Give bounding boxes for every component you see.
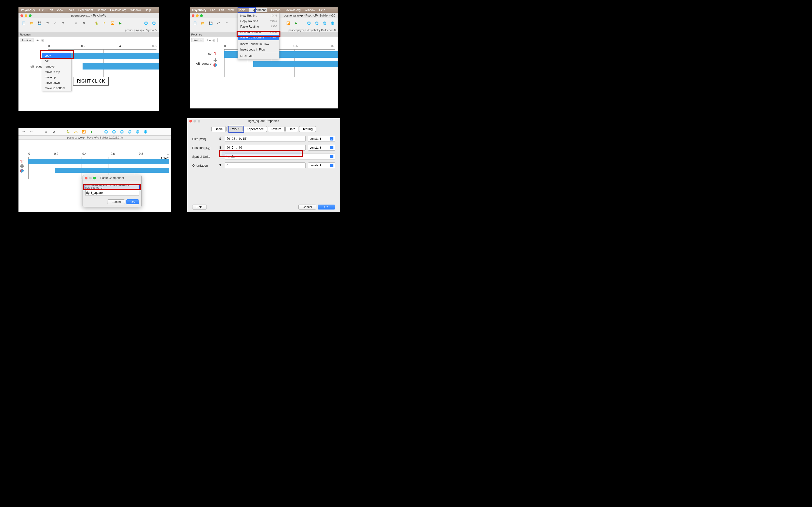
tab-close-icon[interactable]: ✕ — [41, 39, 44, 42]
tab-data[interactable]: Data — [285, 126, 298, 132]
globe2-icon[interactable]: 🌐 — [111, 129, 117, 135]
menu-demos[interactable]: Demos — [97, 8, 106, 12]
ok-button[interactable]: OK — [126, 200, 139, 204]
compile-js-icon[interactable]: JS — [101, 20, 108, 26]
menu-help[interactable]: Help — [319, 8, 325, 12]
ctx-edit[interactable]: edit — [42, 58, 71, 64]
menu-tools[interactable]: Tools — [238, 8, 245, 12]
globe4-icon[interactable]: 🌐 — [126, 129, 133, 135]
ctx-remove[interactable]: remove — [42, 64, 71, 69]
menu-pavlovia[interactable]: Pavlovia.org — [284, 8, 301, 12]
save-icon[interactable]: 💾 — [36, 20, 43, 26]
run-icon[interactable]: ▶ — [117, 20, 123, 26]
cancel-button[interactable]: Cancel — [298, 205, 316, 210]
settings-icon[interactable]: ⚙ — [51, 129, 57, 135]
component-bar-left-square[interactable] — [253, 61, 338, 67]
globe1-icon[interactable]: 🌐 — [305, 20, 312, 26]
cancel-button[interactable]: Cancel — [107, 200, 125, 204]
help-button[interactable]: Help — [192, 205, 207, 210]
menu-edit[interactable]: Edit — [48, 8, 53, 12]
tab-trial[interactable]: trial✕ — [205, 38, 218, 42]
ok-button[interactable]: OK — [317, 205, 335, 210]
tab-layout[interactable]: Layout — [227, 126, 242, 132]
units-select[interactable]: height⌄ — [225, 154, 335, 160]
ctx-copy[interactable]: copy — [42, 53, 71, 58]
ctx-move-top[interactable]: move to top — [42, 69, 71, 75]
globe5-icon[interactable]: 🌐 — [134, 129, 141, 135]
sync-icon[interactable]: 🔁 — [80, 129, 87, 135]
globe3-icon[interactable]: 🌐 — [119, 129, 125, 135]
ctx-move-down[interactable]: move down — [42, 80, 71, 86]
menu-tools[interactable]: Tools — [67, 8, 74, 12]
minimize-icon[interactable] — [25, 14, 27, 17]
polygon-icon[interactable] — [20, 168, 26, 174]
tab-texture[interactable]: Texture — [268, 126, 285, 132]
dd-copy-routine[interactable]: Copy Routine⇧⌘C — [238, 18, 279, 24]
menu-view[interactable]: View — [228, 8, 234, 12]
component-bar-fix[interactable] — [28, 159, 169, 164]
menu-demos[interactable]: Demos — [271, 8, 280, 12]
undo-icon[interactable]: ↶ — [52, 20, 58, 26]
monitor-icon[interactable]: 🖥 — [43, 129, 49, 135]
globe4-icon[interactable]: 🌐 — [329, 20, 336, 26]
size-mode-select[interactable]: constant⌄ — [308, 136, 335, 142]
text-component-icon[interactable]: T — [214, 51, 217, 56]
menu-file[interactable]: File — [39, 8, 44, 12]
run-icon[interactable]: ▶ — [89, 129, 95, 135]
menu-experiment[interactable]: Experiment — [78, 8, 93, 12]
dd-new-routine[interactable]: New Routine⇧⌘N — [238, 13, 279, 18]
dd-insert-loop[interactable]: Insert Loop in Flow — [238, 47, 279, 52]
menu-file[interactable]: File — [210, 8, 215, 12]
save-icon[interactable]: 💾 — [208, 20, 214, 26]
tab-fixation[interactable]: fixation — [191, 38, 204, 42]
redo-icon[interactable]: ↷ — [28, 129, 35, 135]
menu-experiment[interactable]: Experiment — [249, 8, 267, 12]
tab-testing[interactable]: Testing — [299, 126, 316, 132]
polygon-icon[interactable] — [214, 63, 219, 68]
globe1-icon[interactable]: 🌐 — [103, 129, 109, 135]
orientation-mode-select[interactable]: constant⌄ — [308, 162, 335, 168]
compile-js-icon[interactable]: JS — [73, 129, 79, 135]
save-as-icon[interactable]: 🗃 — [215, 20, 222, 26]
settings-icon[interactable]: ⚙ — [80, 20, 87, 26]
close-icon[interactable] — [192, 14, 194, 17]
sync-icon[interactable]: 🔁 — [285, 20, 291, 26]
redo-icon[interactable]: ↷ — [60, 20, 66, 26]
undo-icon[interactable]: ↶ — [223, 20, 230, 26]
globe1-icon[interactable]: 🌐 — [143, 20, 149, 26]
globe2-icon[interactable]: 🌐 — [313, 20, 320, 26]
ctx-move-bottom[interactable]: move to bottom — [42, 86, 71, 91]
menu-edit[interactable]: Edit — [219, 8, 224, 12]
globe3-icon[interactable]: 🌐 — [322, 20, 328, 26]
tab-close-icon[interactable]: ✕ — [213, 39, 215, 42]
component-bar-left-square[interactable] — [82, 63, 159, 69]
position-mode-select[interactable]: constant⌄ — [308, 145, 335, 151]
new-file-icon[interactable]: 📄 — [20, 20, 27, 26]
ctx-move-up[interactable]: move up — [42, 75, 71, 80]
menu-view[interactable]: View — [57, 8, 63, 12]
run-icon[interactable]: ▶ — [293, 20, 299, 26]
position-input[interactable] — [225, 145, 305, 151]
dd-paste-component[interactable]: Paste Component⌥⌘V — [238, 35, 279, 40]
open-icon[interactable]: 📂 — [28, 20, 35, 26]
close-icon[interactable] — [189, 120, 192, 122]
dd-readme[interactable]: README... — [238, 54, 279, 59]
globe2-icon[interactable]: 🌐 — [151, 20, 157, 26]
zoom-icon[interactable] — [93, 177, 96, 179]
dd-paste-routine[interactable]: Paste Routine⇧⌘V — [238, 24, 279, 29]
undo-icon[interactable]: ↶ — [20, 129, 27, 135]
minimize-icon[interactable] — [196, 14, 198, 17]
compile-py-icon[interactable]: 🐍 — [94, 20, 100, 26]
open-icon[interactable]: 📂 — [199, 20, 206, 26]
menu-help[interactable]: Help — [145, 8, 151, 12]
size-input[interactable] — [225, 136, 305, 142]
tab-appearance[interactable]: Appearance — [243, 126, 267, 132]
new-name-input[interactable] — [85, 190, 139, 195]
globe6-icon[interactable]: 🌐 — [142, 129, 149, 135]
monitor-icon[interactable]: 🖥 — [73, 20, 79, 26]
zoom-icon[interactable] — [29, 14, 32, 17]
menu-pavlovia[interactable]: Pavlovia.org — [110, 8, 126, 12]
compile-py-icon[interactable]: 🐍 — [65, 129, 71, 135]
save-as-icon[interactable]: 🗃 — [44, 20, 51, 26]
component-bar-left-square[interactable] — [55, 168, 169, 173]
